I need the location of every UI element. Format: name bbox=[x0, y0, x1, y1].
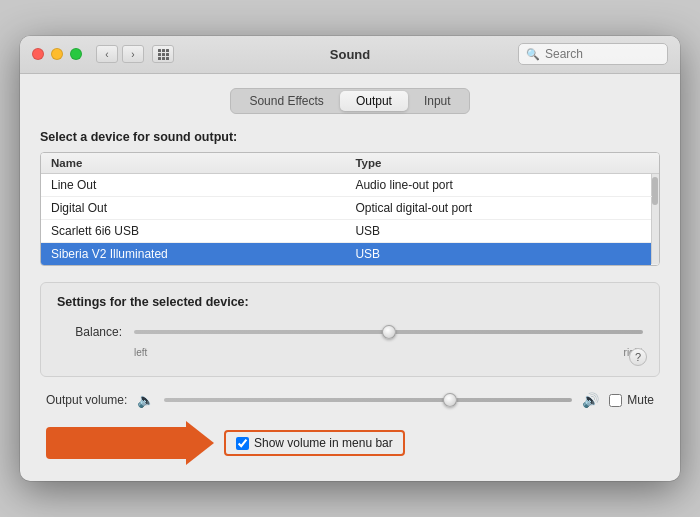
device-name: Scarlett 6i6 USB bbox=[41, 219, 345, 242]
tab-input[interactable]: Input bbox=[408, 91, 467, 111]
close-button[interactable] bbox=[32, 48, 44, 60]
volume-thumb[interactable] bbox=[443, 393, 457, 407]
table-row[interactable]: Digital Out Optical digital-out port bbox=[41, 196, 659, 219]
device-section-label: Select a device for sound output: bbox=[40, 130, 660, 144]
scrollbar-thumb[interactable] bbox=[652, 177, 658, 205]
table-row-selected[interactable]: Siberia V2 Illuminated USB bbox=[41, 242, 659, 265]
balance-row: Balance: bbox=[57, 323, 643, 341]
balance-slider-container[interactable] bbox=[134, 323, 643, 341]
search-input[interactable] bbox=[545, 47, 660, 61]
device-name: Siberia V2 Illuminated bbox=[41, 242, 345, 265]
table-row[interactable]: Scarlett 6i6 USB USB bbox=[41, 219, 659, 242]
volume-slider-container[interactable] bbox=[164, 391, 572, 409]
balance-left-label: left bbox=[134, 347, 147, 358]
grid-icon bbox=[158, 49, 169, 60]
volume-label: Output volume: bbox=[46, 393, 127, 407]
scrollbar-cell bbox=[651, 173, 659, 265]
volume-row: Output volume: 🔈 🔊 Mute bbox=[46, 391, 654, 409]
mute-checkbox[interactable] bbox=[609, 394, 622, 407]
tab-sound-effects[interactable]: Sound Effects bbox=[233, 91, 340, 111]
device-table-container: Name Type Line Out Audio line-out port bbox=[40, 152, 660, 267]
table-header-row: Name Type bbox=[41, 153, 659, 174]
arrow-head bbox=[186, 421, 214, 465]
device-name: Digital Out bbox=[41, 196, 345, 219]
volume-low-icon: 🔈 bbox=[137, 392, 154, 408]
device-type: USB bbox=[345, 219, 651, 242]
slider-labels: left right bbox=[57, 347, 643, 358]
search-box[interactable]: 🔍 bbox=[518, 43, 668, 65]
device-table-wrapper: Name Type Line Out Audio line-out port bbox=[40, 152, 660, 267]
device-name: Line Out bbox=[41, 173, 345, 196]
show-volume-label[interactable]: Show volume in menu bar bbox=[254, 436, 393, 450]
show-volume-checkbox[interactable] bbox=[236, 437, 249, 450]
bottom-section: Output volume: 🔈 🔊 Mute bbox=[40, 391, 660, 465]
column-header-name: Name bbox=[41, 153, 345, 174]
mute-row: Mute bbox=[609, 393, 654, 407]
grid-button[interactable] bbox=[152, 45, 174, 63]
minimize-button[interactable] bbox=[51, 48, 63, 60]
nav-buttons: ‹ › bbox=[96, 45, 174, 63]
content-area: Sound Effects Output Input Select a devi… bbox=[20, 74, 680, 482]
traffic-lights bbox=[32, 48, 82, 60]
forward-button[interactable]: › bbox=[122, 45, 144, 63]
back-button[interactable]: ‹ bbox=[96, 45, 118, 63]
volume-track bbox=[164, 398, 572, 402]
window-title: Sound bbox=[330, 47, 370, 62]
column-header-type: Type bbox=[345, 153, 651, 174]
device-type: Audio line-out port bbox=[345, 173, 651, 196]
maximize-button[interactable] bbox=[70, 48, 82, 60]
device-type: USB bbox=[345, 242, 651, 265]
settings-section: Settings for the selected device: Balanc… bbox=[40, 282, 660, 377]
device-type: Optical digital-out port bbox=[345, 196, 651, 219]
tabs-container: Sound Effects Output Input bbox=[40, 88, 660, 114]
table-row[interactable]: Line Out Audio line-out port bbox=[41, 173, 659, 196]
balance-track bbox=[134, 330, 643, 334]
settings-label: Settings for the selected device: bbox=[57, 295, 643, 309]
main-window: ‹ › Sound 🔍 Sound Effects Output Input bbox=[20, 36, 680, 482]
tab-output[interactable]: Output bbox=[340, 91, 408, 111]
volume-high-icon: 🔊 bbox=[582, 392, 599, 408]
help-button[interactable]: ? bbox=[629, 348, 647, 366]
orange-arrow bbox=[46, 421, 214, 465]
show-volume-checkbox-area[interactable]: Show volume in menu bar bbox=[224, 430, 405, 456]
tabs: Sound Effects Output Input bbox=[230, 88, 469, 114]
scrollbar-col bbox=[651, 153, 659, 174]
annotation-row: Show volume in menu bar bbox=[46, 421, 654, 465]
balance-thumb[interactable] bbox=[382, 325, 396, 339]
mute-label[interactable]: Mute bbox=[627, 393, 654, 407]
titlebar: ‹ › Sound 🔍 bbox=[20, 36, 680, 74]
search-icon: 🔍 bbox=[526, 48, 540, 61]
balance-label: Balance: bbox=[57, 325, 122, 339]
arrow-shaft bbox=[46, 427, 186, 459]
device-table: Name Type Line Out Audio line-out port bbox=[41, 153, 659, 266]
